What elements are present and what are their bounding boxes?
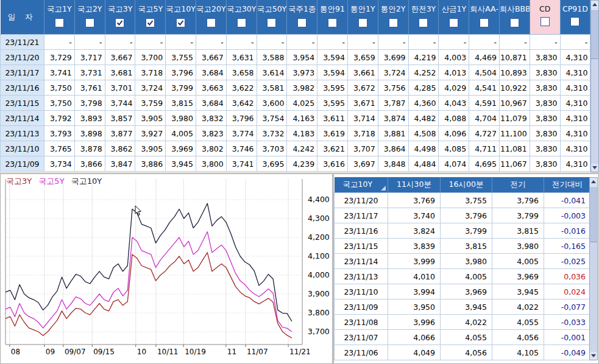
yield-cell[interactable]: - [439, 35, 469, 50]
yield-cell[interactable]: 11,081 [499, 141, 530, 156]
value-1600-cell[interactable]: 3,799 [441, 223, 492, 239]
column-header-통안91[interactable]: 통안91 [317, 0, 348, 35]
prev-value-cell[interactable]: 4,105 [492, 345, 544, 360]
date-cell[interactable]: 23/11/15 [335, 239, 388, 254]
yield-cell[interactable]: 4,695 [469, 156, 500, 172]
yield-cell[interactable]: - [408, 35, 439, 50]
yield-cell[interactable]: 3,787 [378, 96, 408, 111]
yield-cell[interactable]: 3,741 [226, 156, 257, 172]
value-1130-cell[interactable]: 3,999 [388, 254, 441, 269]
yield-cell[interactable]: 3,588 [257, 50, 287, 65]
value-1130-cell[interactable]: 3,769 [388, 193, 441, 208]
value-1130-cell[interactable]: 4,049 [388, 345, 441, 360]
yield-cell[interactable]: 3,905 [135, 141, 166, 156]
yield-cell[interactable]: 4,484 [408, 156, 439, 172]
series-checkbox-국고3Y[interactable] [115, 18, 124, 27]
change-cell[interactable]: -0,016 [544, 223, 591, 239]
yield-cell[interactable]: 4,498 [408, 141, 439, 156]
date-cell[interactable]: 23/11/10 [1, 141, 44, 156]
yield-cell[interactable]: 3,718 [135, 65, 166, 80]
yield-cell[interactable]: 4,074 [439, 156, 469, 172]
yield-cell[interactable]: 3,701 [105, 80, 135, 96]
yield-cell[interactable]: 3,969 [166, 141, 196, 156]
yield-cell[interactable]: 3,695 [257, 156, 287, 172]
yield-cell[interactable]: 3,718 [347, 126, 378, 141]
value-1600-cell[interactable]: 4,005 [441, 269, 492, 284]
yield-cell[interactable]: 3,595 [317, 96, 348, 111]
column-header-국고10Y[interactable]: 국고10Y [166, 0, 196, 35]
value-1600-cell[interactable]: 3,796 [441, 208, 492, 223]
yield-cell[interactable]: 3,815 [166, 96, 196, 111]
yield-cell[interactable]: 4,360 [408, 96, 439, 111]
yield-cell[interactable]: 3,616 [317, 156, 348, 172]
yield-cell[interactable]: 4,591 [469, 96, 500, 111]
yield-cell[interactable]: 3,864 [378, 141, 408, 156]
change-cell[interactable]: -0,165 [544, 239, 591, 254]
yield-cell[interactable]: 3,659 [347, 50, 378, 65]
column-header-산금1Y[interactable]: 산금1Y [439, 0, 469, 35]
yield-cell[interactable]: 3,830 [530, 126, 560, 141]
change-cell[interactable]: -0,003 [544, 208, 591, 223]
yield-cell[interactable]: 3,700 [135, 50, 166, 65]
column-header-국고1Y[interactable]: 국고1Y [44, 0, 75, 35]
yield-cell[interactable]: 11,067 [499, 156, 530, 172]
yield-cell[interactable]: 3,714 [347, 111, 378, 126]
column-header-CP91D[interactable]: CP91D [560, 0, 590, 35]
yield-cell[interactable]: - [469, 35, 500, 50]
date-column-header[interactable]: 일 자 [1, 0, 44, 35]
yield-cell[interactable]: 3,621 [317, 141, 348, 156]
scroll-down-button[interactable] [591, 164, 598, 172]
yield-cell[interactable]: 4,310 [560, 126, 590, 141]
series-checkbox-국주1종[interactable] [297, 18, 307, 27]
yield-cell[interactable]: 3,746 [226, 141, 257, 156]
yield-cell[interactable]: 3,619 [317, 126, 348, 141]
column-header-국고5Y[interactable]: 국고5Y [135, 0, 166, 35]
yield-cell[interactable]: 3,796 [166, 65, 196, 80]
yield-cell[interactable]: 3,600 [257, 96, 287, 111]
yield-cell[interactable]: - [499, 35, 530, 50]
yield-cell[interactable]: 3,796 [226, 111, 257, 126]
series-checkbox-회사BBB-[interactable] [510, 18, 519, 27]
value-1130-cell[interactable]: 3,996 [388, 315, 441, 330]
column-header-국고30Y[interactable]: 국고30Y [226, 0, 257, 35]
change-cell[interactable]: -0,025 [544, 254, 591, 269]
yield-cell[interactable]: 3,755 [166, 50, 196, 65]
yield-cell[interactable]: 3,732 [257, 126, 287, 141]
date-cell[interactable]: 23/11/09 [1, 156, 44, 172]
yield-cell[interactable]: 3,877 [105, 126, 135, 141]
date-cell[interactable]: 23/11/09 [335, 299, 388, 315]
yield-cell[interactable]: 3,741 [44, 65, 75, 80]
yield-cell[interactable]: 3,802 [196, 141, 226, 156]
yield-cell[interactable]: 3,832 [196, 111, 226, 126]
column-header-1130[interactable]: 11시30분 [388, 177, 441, 193]
yield-cell[interactable]: 3,663 [196, 80, 226, 96]
change-cell[interactable]: 0,036 [544, 269, 591, 284]
yield-cell[interactable]: 3,661 [347, 65, 378, 80]
value-1600-cell[interactable]: 4,055 [441, 330, 492, 345]
yield-cell[interactable]: 3,830 [530, 80, 560, 96]
yield-cell[interactable]: 3,945 [166, 156, 196, 172]
yield-cell[interactable]: 3,830 [530, 111, 560, 126]
yield-cell[interactable]: 4,163 [287, 111, 317, 126]
yield-cell[interactable]: 3,898 [74, 126, 105, 141]
date-cell[interactable]: 23/11/10 [335, 284, 388, 299]
yield-cell[interactable]: 3,731 [74, 65, 105, 80]
yield-cell[interactable]: 4,183 [287, 126, 317, 141]
prev-value-cell[interactable]: 3,945 [492, 284, 544, 299]
value-1600-cell[interactable]: 3,945 [441, 299, 492, 315]
yield-cell[interactable]: 3,800 [196, 156, 226, 172]
date-cell[interactable]: 23/11/16 [1, 80, 44, 96]
date-cell[interactable]: 23/11/14 [335, 254, 388, 269]
yield-cell[interactable]: - [166, 35, 196, 50]
value-1600-cell[interactable]: 3,815 [441, 239, 492, 254]
yield-cell[interactable]: 3,847 [105, 156, 135, 172]
yield-cell[interactable]: 3,594 [317, 50, 348, 65]
yield-cell[interactable]: 3,792 [44, 111, 75, 126]
value-1600-cell[interactable]: 3,969 [441, 284, 492, 299]
yield-cell[interactable]: 3,927 [135, 126, 166, 141]
date-cell[interactable]: 23/11/06 [335, 345, 388, 360]
date-cell[interactable]: 23/11/20 [335, 193, 388, 208]
yield-cell[interactable]: - [347, 35, 378, 50]
yield-cell[interactable]: 4,013 [439, 65, 469, 80]
yield-cell[interactable]: 3,881 [378, 126, 408, 141]
